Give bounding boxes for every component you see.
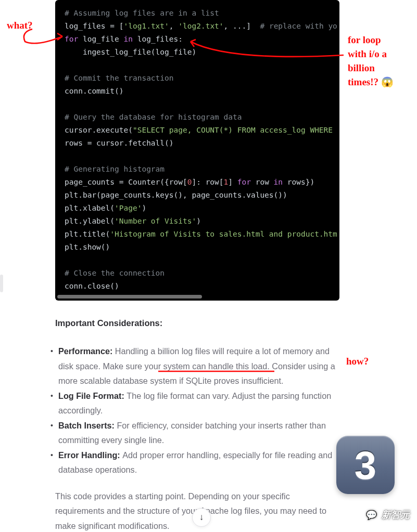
code-text: log_files = [ [65, 22, 124, 30]
code-text: page_counts = Counter({row[ [65, 178, 187, 186]
code-text: plt.show() [65, 243, 110, 251]
code-text: rows}) [283, 178, 314, 186]
left-scroll-indicator [0, 275, 3, 292]
code-keyword: in [124, 35, 133, 43]
wechat-icon: 💬 [364, 508, 378, 522]
code-text: ]: row[ [192, 178, 223, 186]
arrow-down-icon: ↓ [199, 512, 204, 523]
code-text: plt.xlabel( [65, 204, 115, 212]
code-block[interactable]: # Assuming log files are in a list log_f… [55, 0, 339, 301]
code-number: 1 [224, 178, 229, 186]
code-string: 'Histogram of Visits to sales.html and p… [110, 230, 337, 238]
code-keyword: for [237, 178, 251, 186]
code-string: 'Number of Visits' [115, 217, 196, 225]
scream-emoji-icon: 😱 [381, 76, 394, 87]
code-string: 'log1.txt' [124, 22, 169, 30]
annotation-what: what? [7, 18, 33, 32]
code-horizontal-scrollbar[interactable] [57, 295, 202, 299]
considerations-heading: Important Considerations: [55, 318, 339, 328]
code-text: log_file [78, 35, 123, 43]
scroll-down-button[interactable]: ↓ [192, 508, 211, 527]
code-text: row [251, 178, 274, 186]
annotation-text: times!? [348, 76, 378, 87]
code-text: plt.ylabel( [65, 217, 115, 225]
item-label: Performance: [58, 346, 115, 356]
annotation-forloop: for loop with i/o a billion times!? 😱 [348, 33, 415, 89]
code-comment: # Assuming log files are in a list [65, 9, 219, 17]
code-comment: # replace with yo [260, 22, 337, 30]
code-string: 'Page' [115, 204, 142, 212]
watermark: 💬 新智元 [364, 508, 410, 522]
annotation-text: with i/o a [348, 48, 387, 59]
content-column: # Assuming log files are in a list log_f… [55, 0, 339, 532]
item-text-underlined: Make sure your system can handle this lo… [103, 361, 269, 371]
code-text: plt.title( [65, 230, 110, 238]
code-keyword: for [65, 35, 78, 43]
code-text: ) [196, 217, 201, 225]
list-item: Error Handling: Add proper error handlin… [55, 448, 339, 477]
code-text: rows = cursor.fetchall() [65, 139, 174, 147]
code-string: "SELECT page, COUNT(*) FROM access_log W… [133, 126, 337, 134]
watermark-text: 新智元 [382, 509, 410, 521]
code-string: 'log2.txt' [178, 22, 223, 30]
code-text: ) [142, 204, 146, 212]
annotation-how: how? [346, 354, 369, 368]
code-text: cursor.execute( [65, 126, 133, 134]
item-label: Batch Inserts: [58, 421, 117, 430]
annotation-text: billion [348, 62, 375, 73]
item-label: Error Handling: [58, 450, 122, 460]
code-text: conn.close() [65, 282, 119, 290]
code-text: ingest_log_file(log_file) [65, 48, 196, 56]
item-label: Log File Format: [58, 391, 127, 400]
code-comment: # Generating histogram [65, 165, 165, 173]
list-item: Batch Inserts: For efficiency, consider … [55, 418, 339, 448]
code-keyword: in [274, 178, 283, 186]
annotation-text: for loop [348, 34, 381, 45]
code-text: conn.commit() [65, 87, 124, 95]
code-text: log_files: [133, 35, 183, 43]
list-item: Log File Format: The log file format can… [55, 388, 339, 418]
code-comment: # Commit the transaction [65, 74, 174, 82]
code-comment: # Close the connection [65, 269, 165, 277]
code-text: ] [228, 178, 237, 186]
step-badge-value: 3 [355, 443, 376, 488]
code-text: , [169, 22, 178, 30]
code-text: plt.bar(page_counts.keys(), page_counts.… [65, 191, 287, 199]
code-comment: # Query the database for histogram data [65, 113, 242, 121]
step-badge: 3 [336, 436, 395, 494]
list-item: Performance: Handling a billion log file… [55, 344, 339, 388]
considerations-list: Performance: Handling a billion log file… [55, 344, 339, 477]
code-text: , ...] [224, 22, 260, 30]
